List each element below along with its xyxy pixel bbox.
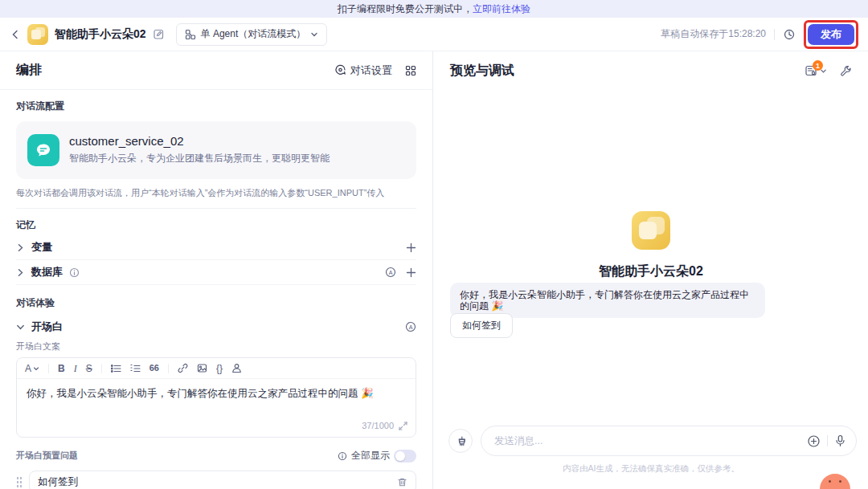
preset-question-row: [16, 471, 416, 489]
workflow-name: customer_service_02: [69, 134, 330, 148]
divider: [101, 364, 102, 373]
divider: [48, 364, 49, 373]
mascot-peek[interactable]: [820, 474, 850, 489]
header-right: 草稿自动保存于15:28:20 发布: [661, 20, 858, 49]
opening-row: 开场白 A: [16, 315, 416, 339]
bold-icon[interactable]: B: [58, 364, 65, 373]
editor-footer: 37/1000: [17, 421, 416, 437]
chevron-right-icon[interactable]: [16, 243, 25, 252]
microphone-icon[interactable]: [834, 434, 846, 447]
workflow-chat-icon: [27, 134, 59, 166]
flow-section-label: 对话流配置: [16, 100, 416, 113]
person-icon[interactable]: [231, 363, 242, 373]
auto-generate-icon[interactable]: A: [385, 267, 396, 278]
app-header: 智能助手小云朵02 单 Agent（对话流模式） 草稿自动保存于15:28:20…: [0, 18, 868, 51]
wrench-icon[interactable]: [840, 65, 852, 77]
expand-icon[interactable]: [399, 422, 407, 430]
variables-label: 变量: [31, 240, 52, 255]
back-icon[interactable]: [10, 29, 21, 40]
info-icon: [69, 267, 80, 278]
workflow-description: 智能助手小云朵，专为企业团建售后场景而生，更聪明更智能: [69, 152, 330, 165]
divider: [168, 364, 169, 373]
annotation-highlight-box: 发布: [804, 20, 858, 49]
suggested-question-chip[interactable]: 如何签到: [450, 313, 513, 338]
bot-title: 智能助手小云朵02: [55, 27, 146, 42]
bullet-list-icon[interactable]: [111, 364, 121, 373]
database-row: 数据库 A: [16, 260, 416, 285]
bot-avatar: [27, 24, 48, 45]
debug-panel-icon[interactable]: 1: [805, 64, 827, 77]
link-icon[interactable]: [178, 363, 188, 373]
chat-settings-icon: [334, 64, 346, 76]
delete-icon[interactable]: [397, 477, 407, 487]
message-input[interactable]: [494, 435, 800, 446]
ordered-list-icon[interactable]: [130, 364, 141, 373]
add-database-icon[interactable]: [406, 267, 416, 278]
experience-section-label: 对话体验: [16, 296, 416, 310]
autosave-status: 草稿自动保存于15:28:20: [661, 27, 766, 41]
dialog-settings-label: 对话设置: [350, 63, 392, 78]
workflow-hint: 每次对话都会调用该对话流，用户“本轮对话输入”会作为对话流的输入参数“USER_…: [16, 187, 416, 198]
char-counter: 37/1000: [362, 421, 394, 430]
preset-question-header: 开场白预置问题 全部显示: [16, 449, 416, 463]
drag-handle-icon[interactable]: [16, 476, 23, 487]
promo-text: 扣子编程限时免费公开测试中，: [338, 2, 473, 16]
orchestration-panel: 编排 对话设置 对话流配置 customer_service_02 智: [0, 51, 433, 489]
divider: [16, 208, 416, 209]
preview-header: 预览与调试 1: [434, 51, 868, 90]
workflow-icon: [185, 29, 196, 40]
preset-section-label: 开场白预置问题: [16, 450, 78, 462]
strikethrough-icon[interactable]: S: [86, 364, 92, 373]
memory-section-label: 记忆: [16, 218, 416, 232]
ai-disclaimer: 内容由AI生成，无法确保真实准确，仅供参考。: [434, 463, 868, 475]
header-left: 智能助手小云朵02 单 Agent（对话流模式）: [10, 23, 327, 46]
notification-badge: 1: [813, 60, 823, 71]
image-icon[interactable]: [197, 363, 207, 373]
grid-layout-icon[interactable]: [405, 65, 416, 76]
opening-copy-label: 开场白文案: [16, 340, 416, 352]
promo-banner: 扣子编程限时免费公开测试中，立即前往体验: [0, 0, 868, 18]
chevron-right-icon[interactable]: [16, 268, 25, 277]
orchestration-header: 编排 对话设置: [0, 51, 432, 90]
bot-intro: 智能助手小云朵02: [434, 211, 868, 280]
italic-icon[interactable]: I: [74, 364, 77, 373]
history-icon[interactable]: [783, 28, 796, 41]
message-input-field: [481, 426, 857, 456]
opening-label: 开场白: [31, 320, 63, 334]
dialog-settings-button[interactable]: 对话设置: [334, 63, 392, 78]
divider: [827, 435, 828, 446]
agent-mode-label: 单 Agent（对话流模式）: [201, 27, 306, 41]
workflow-card[interactable]: customer_service_02 智能助手小云朵，专为企业团建售后场景而生…: [16, 121, 416, 179]
preset-question-input[interactable]: [38, 476, 391, 487]
editor-toolbar: A B I S 66 {}: [17, 358, 416, 379]
database-label: 数据库: [31, 265, 63, 279]
preview-title: 预览与调试: [450, 63, 514, 79]
font-style-icon[interactable]: A: [25, 364, 39, 373]
opening-text-input[interactable]: 你好，我是小云朵智能小助手，专门解答你在使用云之家产品过程中的问题 🎉: [17, 379, 416, 421]
chevron-down-icon[interactable]: [16, 323, 25, 332]
workflow-card-text: customer_service_02 智能助手小云朵，专为企业团建售后场景而生…: [69, 134, 330, 166]
auto-generate-icon[interactable]: A: [405, 321, 416, 332]
svg-text:A: A: [389, 270, 393, 275]
show-all-label: 全部显示: [351, 449, 390, 463]
preview-bot-name: 智能助手小云朵02: [599, 263, 703, 280]
svg-text:A: A: [409, 324, 413, 330]
promo-link[interactable]: 立即前往体验: [473, 2, 530, 16]
show-all-toggle[interactable]: [394, 450, 416, 463]
code-braces-icon[interactable]: {}: [216, 364, 223, 373]
preview-panel: 预览与调试 1 智能助手小云朵02 你好，我是小云朵智能小助手，专门解答你在使用…: [434, 51, 868, 489]
agent-mode-select[interactable]: 单 Agent（对话流模式）: [176, 23, 328, 46]
publish-button[interactable]: 发布: [808, 24, 854, 45]
edit-icon[interactable]: [153, 28, 165, 40]
orchestration-title: 编排: [16, 62, 42, 79]
bot-avatar-large: [632, 211, 670, 250]
info-icon: [338, 451, 347, 461]
divider: [774, 29, 775, 40]
blockquote-icon[interactable]: 66: [149, 364, 159, 373]
add-variable-icon[interactable]: [406, 242, 416, 253]
app-window: 扣子编程限时免费公开测试中，立即前往体验 智能助手小云朵02 单 Agent（对…: [0, 0, 868, 489]
clear-history-icon[interactable]: [448, 429, 473, 453]
attach-plus-icon[interactable]: [807, 434, 821, 448]
preset-question-field: [29, 471, 416, 489]
chat-input-bar: [434, 426, 868, 456]
